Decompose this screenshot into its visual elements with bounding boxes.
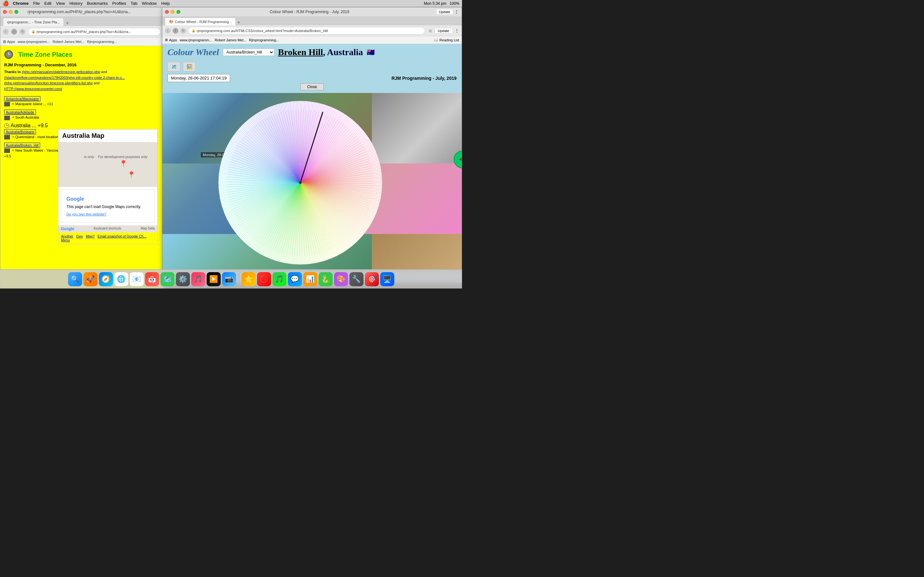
menu-link[interactable]: Menu	[61, 238, 70, 242]
reload-button[interactable]: ↻	[19, 29, 25, 35]
dock-app6[interactable]: 🐍	[318, 272, 333, 286]
menubar-edit[interactable]: Edit	[44, 1, 51, 6]
fg-bookmark-1[interactable]: www.rjmprogramm...	[180, 38, 212, 42]
cw-close-button[interactable]: Close	[300, 83, 324, 90]
link4[interactable]: HTTP://www.timezoneconverter.com/	[4, 87, 62, 91]
email-link[interactable]: Email snapshot of Google Ch...	[97, 234, 146, 238]
broken-hill-link[interactable]: Broken Hill	[278, 47, 323, 57]
tz-item-macquarie: Antarctica/Macquarie = Macquarie Island …	[4, 95, 160, 106]
tz-link-broken-hill[interactable]: Australia/Broken_Hill	[4, 143, 40, 148]
reading-list-button[interactable]: 📖 Reading List	[434, 38, 459, 42]
fg-star-icon[interactable]: ☆	[428, 28, 433, 33]
dock-calendar[interactable]: 📅	[145, 272, 159, 286]
map-links: Another Geo Map? Email snapshot of Googl…	[58, 232, 157, 244]
timezone-logo-icon	[4, 49, 17, 60]
fg-bookmark-2[interactable]: Robert James Met...	[215, 38, 246, 42]
map-pin-2: 📍	[128, 171, 136, 179]
menubar-tab[interactable]: Tab	[131, 1, 137, 6]
menubar-file[interactable]: File	[33, 1, 40, 6]
dock-app8[interactable]: 🔧	[349, 272, 363, 286]
link1[interactable]: //php.net/manual/en/datetimezone.getloca…	[22, 70, 100, 74]
menubar-view[interactable]: View	[56, 1, 65, 6]
dock-music[interactable]: 🎵	[191, 272, 205, 286]
cw-photo-icon-1[interactable]: 🗺️	[168, 62, 180, 71]
fg-tab-label: Colour Wheel - RJM Programming...	[175, 20, 232, 24]
back-button[interactable]: ‹	[3, 29, 9, 35]
fg-traffic-lights	[162, 9, 183, 15]
bookmark-1[interactable]: www.rjmprogramm...	[18, 40, 50, 44]
fg-tab-active[interactable]: 🎨 Colour Wheel - RJM Programming...	[165, 18, 236, 25]
link2[interactable]: //stackoverflow.com/questions/17842003/p…	[4, 76, 125, 79]
fullscreen-button[interactable]	[15, 10, 18, 14]
map-question-link[interactable]: Do you own this website?	[66, 212, 149, 216]
fg-bookmark-apps[interactable]: ⊞ Apps	[165, 38, 177, 42]
menubar-bookmarks[interactable]: Bookmarks	[87, 1, 108, 6]
close-button[interactable]	[3, 10, 7, 14]
fg-more-icon[interactable]: ⋮	[455, 28, 459, 33]
tz-icon-brisbane	[4, 135, 10, 139]
bg-page-links: Thanks to //php.net/manual/en/datetimezo…	[4, 69, 160, 92]
tz-link-adelaide[interactable]: Australia/Adelaide	[4, 110, 36, 115]
link3[interactable]: //php.net/manual/en/function.timezone-id…	[4, 81, 93, 85]
bookmark-2[interactable]: Robert James Met...	[53, 40, 84, 44]
bookmark-3[interactable]: Rjmprogramming...	[87, 40, 117, 44]
tz-link-macquarie[interactable]: Antarctica/Macquarie	[4, 96, 40, 101]
fg-back-button[interactable]: ‹	[165, 28, 171, 34]
fg-new-tab-button[interactable]: +	[237, 19, 240, 25]
menubar-history[interactable]: History	[69, 1, 82, 6]
forward-button[interactable]: ›	[11, 29, 17, 35]
fg-reload-button[interactable]: ↻	[180, 28, 186, 34]
menubar-help[interactable]: Help	[162, 1, 170, 6]
dock-finder[interactable]: 🔍	[68, 272, 82, 286]
broken-hill-offset: +9.5	[4, 154, 11, 158]
fg-minimize-button[interactable]	[171, 10, 174, 14]
menubar-window[interactable]: Window	[142, 1, 157, 6]
bg-tab-active[interactable]: rjmprogramm... - Time Zone Pla...	[3, 18, 64, 26]
fg-bookmark-3[interactable]: Rjmprogramming...	[249, 38, 279, 42]
dock-app1[interactable]: ⭐	[242, 272, 256, 286]
apple-menu[interactable]: 🍎	[3, 0, 9, 6]
cw-page-title: Colour Wheel	[168, 47, 219, 57]
fg-browser-toolbar: ‹ › ↻ 🔒 rjmprogramming.com.au/HTMLCSS/co…	[162, 25, 462, 36]
dock-app5[interactable]: 📊	[303, 272, 317, 286]
bookmark-apps[interactable]: ⊞ Apps	[3, 39, 15, 44]
dock-app3[interactable]: 🎵	[272, 272, 286, 286]
fg-address-bar[interactable]: 🔒 rjmprogramming.com.au/HTMLCSS/colour_w…	[188, 27, 425, 35]
fg-forward-button[interactable]: ›	[173, 28, 178, 34]
dock-app2[interactable]: 🚫	[257, 272, 271, 286]
bg-address-bar[interactable]: 🔒 rjmprogramming.com.au/PHP/tz_places.ph…	[28, 28, 161, 35]
new-tab-button[interactable]: +	[66, 20, 69, 26]
another-link[interactable]: Another	[61, 234, 73, 238]
map-dev-notice: is only For development purposes only	[84, 155, 148, 159]
map-keyboard-shortcuts[interactable]: Keyboard shortcuts	[94, 227, 121, 231]
fg-update-button[interactable]: Update	[435, 28, 453, 34]
dock-app7[interactable]: 🎨	[334, 272, 348, 286]
dock-mail[interactable]: 📧	[129, 272, 144, 286]
menubar-profiles[interactable]: Profiles	[112, 1, 126, 6]
cw-photo-icon-2[interactable]: 🖼️	[183, 62, 196, 71]
tz-link-brisbane[interactable]: Australia/Brisbane	[4, 129, 36, 134]
dock-settings[interactable]: ⚙️	[176, 272, 190, 286]
dock-launchpad[interactable]: 🚀	[83, 272, 97, 286]
minimize-button[interactable]	[9, 10, 13, 14]
dock-maps[interactable]: 🗺️	[160, 272, 174, 286]
dock-facetime[interactable]: 📷	[222, 272, 236, 286]
map-link[interactable]: Map?	[86, 234, 95, 238]
dock-quicktime[interactable]: ▶️	[207, 272, 221, 286]
dock-app10[interactable]: 🖥️	[380, 272, 394, 286]
dock-chrome[interactable]: 🌐	[114, 272, 128, 286]
cw-location-select[interactable]: Australia/Broken_Hill	[223, 49, 274, 56]
update-button[interactable]: Update	[436, 9, 453, 15]
dock-app9[interactable]: 🎯	[365, 272, 379, 286]
cw-location-text: Broken Hill, Australia	[278, 47, 363, 57]
cw-datetime-row: Monday, 28-06-2021 17:04:19 RJM Programm…	[162, 73, 462, 83]
dock: 🔍 🚀 🧭 🌐 📧 📅 🗺️ ⚙️ 🎵 ▶️ 📷 ⭐ 🚫 🎵 💬 📊 🐍 🎨 🔧…	[0, 269, 462, 288]
dock-safari[interactable]: 🧭	[99, 272, 113, 286]
geo-link[interactable]: Geo	[76, 234, 83, 238]
menubar-chrome[interactable]: Chrome	[13, 1, 29, 6]
fg-close-button[interactable]	[165, 10, 169, 14]
dock-app4[interactable]: 💬	[288, 272, 302, 286]
clock-brisbane-icon	[4, 123, 9, 128]
more-options-icon[interactable]: ⋮	[454, 9, 459, 15]
fg-fullscreen-button[interactable]	[176, 10, 180, 14]
